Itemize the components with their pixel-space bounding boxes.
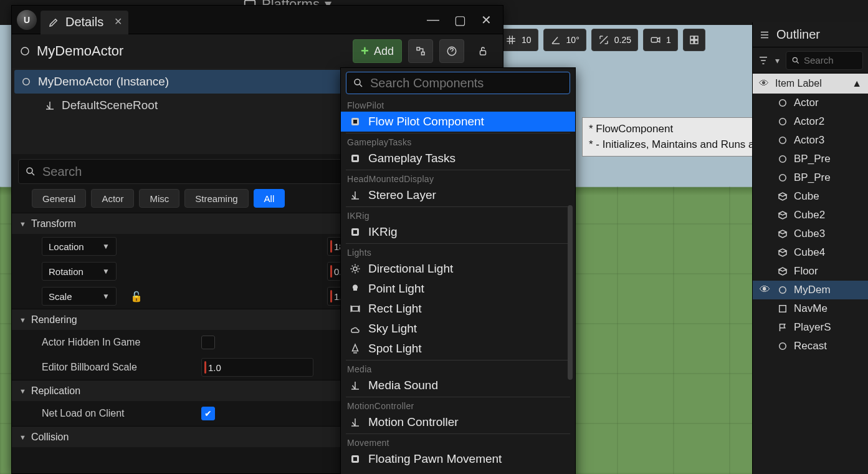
plus-icon: +	[361, 43, 369, 59]
outliner-row[interactable]: Cube3	[753, 225, 868, 243]
net-load-checkbox[interactable]: ✔	[201, 407, 215, 420]
component-item-label: IKRig	[368, 225, 397, 239]
outliner-column-label: Item Label	[775, 78, 822, 89]
details-tab[interactable]: Details ✕	[41, 11, 128, 34]
svg-rect-8	[422, 52, 425, 56]
nav-icon	[776, 302, 789, 315]
add-component-button[interactable]: + Add	[353, 39, 402, 63]
popup-scrollbar[interactable]	[568, 205, 573, 380]
bulb-icon	[348, 282, 362, 296]
window-titlebar[interactable]: U Details ✕ — ▢ ✕	[12, 6, 503, 34]
angle-snap-chip[interactable]: 10°	[543, 29, 586, 51]
outliner-row[interactable]: 👁MyDem	[753, 281, 868, 299]
component-item[interactable]: Stereo Layer	[341, 185, 575, 205]
svg-point-35	[780, 343, 786, 350]
filter-general[interactable]: General	[32, 189, 86, 208]
component-item[interactable]: Gameplay Tasks	[341, 148, 575, 168]
component-item[interactable]: Floating Pawn Movement	[341, 449, 575, 469]
outliner-row[interactable]: Actor2	[753, 112, 868, 131]
outliner-row-label: BP_Pre	[794, 153, 831, 165]
outliner-search[interactable]	[786, 51, 863, 70]
grid-snap-chip[interactable]: 10	[498, 29, 538, 51]
svg-point-13	[355, 79, 360, 85]
outliner-row[interactable]: Actor3	[753, 131, 868, 150]
divider	[346, 243, 570, 244]
search-icon	[353, 77, 364, 89]
component-item-label: Stereo Layer	[368, 188, 436, 202]
component-item-label: Flow Pilot Component	[368, 115, 484, 128]
component-item-label: Rect Light	[368, 302, 422, 316]
help-icon	[446, 46, 457, 57]
filter-icon[interactable]	[758, 55, 769, 66]
billboard-scale-field[interactable]: 1.0	[201, 358, 313, 377]
filter-actor[interactable]: Actor	[91, 189, 134, 208]
component-search-input[interactable]	[370, 76, 563, 90]
help-button[interactable]	[439, 39, 464, 63]
outliner-row[interactable]: NavMe	[753, 299, 868, 318]
viewport-layout-button[interactable]	[683, 29, 705, 51]
component-item[interactable]: Spot Light	[341, 339, 575, 359]
outliner-row[interactable]: Cube4	[753, 243, 868, 262]
sphere-icon	[776, 97, 789, 109]
svg-point-11	[23, 79, 30, 85]
component-category: IKRig	[341, 208, 575, 222]
scale-dropdown[interactable]: Scale▼	[42, 287, 117, 306]
outliner-row[interactable]: Cube2	[753, 206, 868, 225]
component-item-label: Sky Light	[368, 322, 417, 336]
component-item-label: Gameplay Tasks	[368, 152, 455, 165]
location-dropdown[interactable]: Location▼	[42, 237, 117, 256]
component-search[interactable]	[346, 72, 570, 94]
component-list: FlowPilotFlow Pilot ComponentGameplayTas…	[341, 98, 575, 474]
chevron-down-icon: ▼	[102, 292, 110, 301]
outliner-row[interactable]: Floor	[753, 262, 868, 281]
chevron-down-icon[interactable]: ▾	[775, 56, 780, 65]
flag-icon	[776, 321, 789, 334]
lock-scale-icon[interactable]: 🔓	[126, 291, 146, 302]
outliner-row[interactable]: BP_Pre	[753, 168, 868, 187]
component-item[interactable]: IKRig	[341, 222, 575, 242]
maximize-button[interactable]: ▢	[454, 12, 466, 27]
component-category: Movement	[341, 435, 575, 449]
outliner-header[interactable]: Outliner	[753, 22, 868, 47]
component-item[interactable]: Flow Pilot Component	[341, 112, 575, 132]
close-window-button[interactable]: ✕	[481, 12, 492, 27]
component-item[interactable]: Sky Light	[341, 319, 575, 339]
component-item[interactable]: Interp To Movement	[341, 469, 575, 474]
actor-name: MyDemoActor	[37, 43, 123, 59]
filter-streaming[interactable]: Streaming	[184, 189, 248, 208]
component-item[interactable]: Motion Controller	[341, 412, 575, 432]
scale-snap-chip[interactable]: 0.25	[591, 29, 638, 51]
blueprint-button[interactable]	[408, 39, 433, 63]
component-item[interactable]: Media Sound	[341, 375, 575, 395]
visibility-column-icon: 👁	[759, 78, 769, 89]
filter-all[interactable]: All	[254, 189, 285, 208]
outliner-row-label: Actor2	[794, 115, 824, 128]
visibility-toggle[interactable]: 👁	[758, 284, 771, 296]
outliner-row-label: PlayerS	[794, 321, 831, 334]
angle-icon	[550, 34, 561, 46]
outliner-search-input[interactable]	[804, 55, 857, 65]
component-item[interactable]: Rect Light	[341, 299, 575, 319]
outliner-row[interactable]: PlayerS	[753, 318, 868, 337]
hidden-in-game-checkbox[interactable]	[201, 336, 215, 349]
minimize-button[interactable]: —	[427, 12, 439, 27]
outliner-row[interactable]: Actor	[753, 94, 868, 112]
actor-sphere-icon	[21, 76, 32, 87]
component-item[interactable]: Directional Light	[341, 259, 575, 279]
sphere-icon	[776, 340, 789, 352]
component-item-label: Directional Light	[368, 262, 453, 276]
axis-icon	[348, 415, 362, 429]
outliner-row[interactable]: BP_Pre	[753, 150, 868, 168]
filter-misc[interactable]: Misc	[139, 189, 179, 208]
outliner-column-header[interactable]: 👁 Item Label ▲	[753, 74, 868, 94]
component-item[interactable]: Point Light	[341, 279, 575, 299]
component-item-label: Media Sound	[368, 379, 438, 392]
camera-speed-chip[interactable]: 1	[643, 29, 678, 51]
window-controls: — ▢ ✕	[427, 12, 498, 27]
lock-button[interactable]	[470, 39, 495, 63]
rotation-dropdown[interactable]: Rotation▼	[42, 262, 117, 281]
outliner-row[interactable]: Recast	[753, 337, 868, 356]
outliner-row[interactable]: Cube	[753, 187, 868, 206]
mesh-icon	[776, 246, 789, 259]
close-tab-icon[interactable]: ✕	[114, 16, 122, 27]
